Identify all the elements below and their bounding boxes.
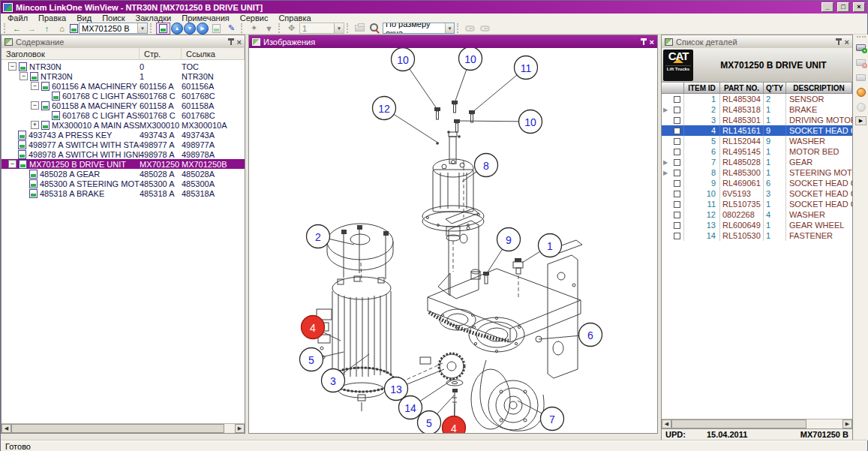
wheel-housing-drawing[interactable] [471, 360, 544, 431]
find-part-button[interactable] [854, 86, 868, 98]
expand-icon[interactable]: + [31, 121, 39, 129]
callout-8[interactable]: 8 [462, 154, 498, 182]
toolbar-grip[interactable] [150, 23, 153, 33]
column-header-ref[interactable]: Ссылка [182, 48, 245, 59]
pin-icon[interactable] [640, 38, 647, 46]
collapse-icon[interactable]: − [20, 72, 28, 80]
callout-10[interactable]: 10 [392, 48, 438, 110]
prev-image-button[interactable]: ▲ [171, 23, 183, 35]
scrollbar-thumb[interactable] [671, 419, 806, 428]
tree-row[interactable]: −NTR30N1NTR30N [2, 71, 245, 81]
table-row[interactable]: 11RL5107351SOCKET HEAD CAP SCRE [662, 199, 852, 209]
table-row[interactable]: 14RL5105301FASTENER [662, 230, 852, 241]
menu-item-3[interactable]: Вид [71, 14, 97, 23]
callout-5[interactable]: 5 [300, 348, 344, 371]
callout-11[interactable]: 11 [472, 56, 538, 113]
scrollbar-thumb[interactable] [11, 424, 224, 433]
scroll-right-icon[interactable]: ▶ [842, 419, 852, 428]
toolbar-grip[interactable] [347, 23, 350, 33]
tree-row[interactable]: +MX300010 A MAIN ASSEMBLYMX300010 AMX300… [2, 120, 245, 130]
view-selection-button[interactable] [854, 71, 868, 83]
tree-row[interactable]: −601158 A MACHINERY SHIELD...601158 A601… [2, 101, 245, 110]
table-row[interactable]: 3RL4853011DRIVING MOTOR [662, 115, 852, 125]
column-header-qty[interactable]: Q'TY [764, 83, 786, 93]
row-checkbox[interactable] [674, 149, 680, 155]
row-checkbox[interactable] [674, 222, 680, 229]
scrollbar-track[interactable] [224, 424, 235, 433]
column-header-page[interactable]: Стр. [140, 48, 182, 59]
locate-part-button[interactable] [854, 101, 868, 113]
exploded-diagram[interactable]: 1010111210829145361314547 [249, 48, 657, 433]
pin-icon[interactable] [835, 38, 842, 46]
book-select[interactable]: MX701250 B ▼ [79, 23, 148, 34]
parts-hscrollbar[interactable]: ◀ ▶ [662, 419, 852, 428]
tree-row[interactable]: 498978 A SWITCH WITH IGNITION LOCK498978… [2, 149, 245, 159]
scrollbar-track[interactable] [806, 419, 842, 428]
next-image-button[interactable]: ▼ [184, 23, 196, 35]
link-pages-button[interactable] [478, 23, 492, 34]
sync-toggle-button[interactable] [156, 23, 170, 35]
table-row[interactable]: 1RL4853042SENSOR [662, 94, 852, 104]
contents-hscrollbar[interactable]: ◀ ▶ [2, 423, 245, 433]
row-checkbox[interactable] [674, 159, 680, 166]
toolbar-grip[interactable] [857, 36, 866, 38]
remove-from-selection-button[interactable]: × [854, 56, 868, 68]
sensor-drawing[interactable] [513, 262, 523, 274]
row-checkbox[interactable] [674, 191, 680, 197]
tree-row[interactable]: 498977 A SWITCH WITH START BUTTON498977 … [2, 140, 245, 149]
pin-icon[interactable] [227, 38, 234, 46]
callout-10[interactable]: 10 [455, 48, 482, 103]
last-image-button[interactable]: ▶ [197, 23, 209, 35]
close-icon[interactable]: × [237, 38, 242, 46]
link-parts-button[interactable] [463, 23, 477, 34]
collapse-icon[interactable]: − [8, 160, 17, 168]
table-row[interactable]: 106V51933SOCKET HEAD CAP SCRE [662, 188, 852, 199]
callout-12[interactable]: 12 [373, 97, 440, 144]
scroll-left-icon[interactable]: ◀ [2, 424, 11, 433]
toolbar-overflow-button[interactable]: ▶ [855, 116, 866, 125]
row-checkbox[interactable] [674, 170, 680, 176]
chevron-down-icon[interactable]: ▼ [445, 23, 454, 33]
callout-4[interactable]: 4 [443, 404, 466, 433]
menu-item-8[interactable]: Справка [273, 14, 316, 23]
collapse-icon[interactable]: − [31, 82, 39, 90]
menu-item-5[interactable]: Закладки [131, 14, 177, 23]
collapse-icon[interactable]: − [8, 62, 17, 71]
row-checkbox[interactable] [674, 201, 680, 208]
row-checkbox[interactable] [674, 233, 680, 239]
column-header-title[interactable]: Заголовок [2, 48, 140, 59]
tree-row[interactable]: 485028 A GEAR485028 A485028A [2, 169, 245, 179]
table-row[interactable]: 9RL4690616SOCKET HEAD CAP SCRE [662, 178, 852, 188]
callout-7[interactable]: 7 [518, 401, 564, 431]
tree-row[interactable]: −601156 A MACHINERY SHIELD601156 A601156… [2, 81, 245, 91]
table-row[interactable]: ▶2RL4853181BRAKE [662, 104, 852, 115]
pointer-tool-button[interactable]: ✦ [247, 23, 261, 34]
callout-13[interactable]: 13 [385, 369, 445, 401]
callout-1[interactable]: 1 [522, 234, 562, 263]
tree-row[interactable]: 485318 A BRAKE485318 A485318A [2, 188, 245, 198]
row-checkbox[interactable] [674, 212, 680, 218]
tree-row[interactable]: −NTR30N0TOC [2, 62, 245, 71]
screw-drawing[interactable] [437, 104, 473, 132]
column-header-part-no[interactable]: PART NO. [720, 83, 764, 93]
row-checkbox[interactable] [674, 138, 680, 145]
close-icon[interactable]: × [650, 38, 654, 46]
zoom-tool-button[interactable] [368, 23, 382, 34]
table-row[interactable]: 6RL4951451MOTOR BED [662, 146, 852, 157]
page-number-input[interactable]: 1 ▼ [299, 23, 344, 34]
tree-row[interactable]: 601768 C LIGHT ASSEMBLY,...601768 C60176… [2, 110, 245, 120]
column-header-description[interactable]: DESCRIPTION [786, 83, 852, 93]
menu-item-2[interactable]: Правка [33, 14, 71, 23]
row-checkbox[interactable] [674, 180, 680, 187]
table-row[interactable]: ▶8RL4853001STEERING MOTOR [662, 167, 852, 178]
toolbar-grip[interactable] [241, 23, 244, 33]
menu-item-4[interactable]: Поиск [97, 14, 130, 23]
column-header-select[interactable] [662, 83, 684, 93]
callout-4[interactable]: 4 [302, 316, 341, 341]
callout-3[interactable]: 3 [322, 354, 370, 392]
tree-row[interactable]: 485300 A STEERING MOTOR485300 A485300A [2, 179, 245, 188]
menu-item-1[interactable]: Файл [2, 14, 33, 23]
screw-drawing[interactable] [485, 275, 488, 284]
table-row[interactable]: 4RL1451619SOCKET HEAD CAP SCRE [662, 125, 852, 136]
detach-image-button[interactable] [209, 23, 224, 34]
